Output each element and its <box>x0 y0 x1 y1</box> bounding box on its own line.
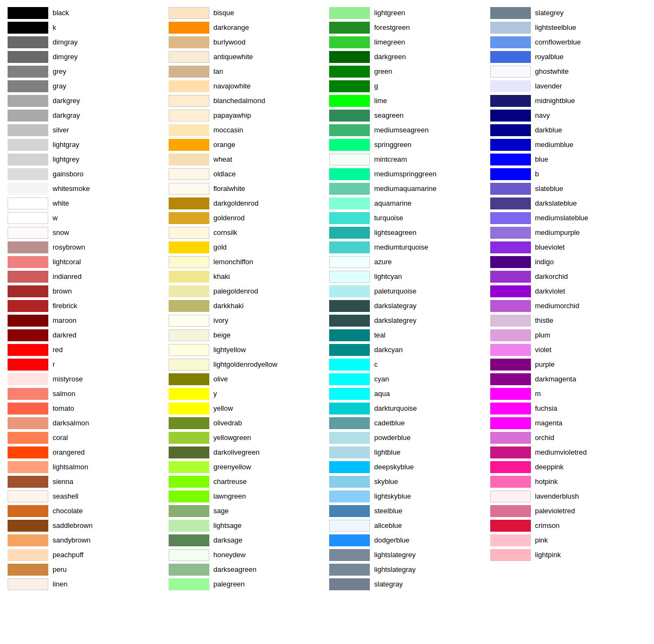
color-swatch <box>169 80 209 92</box>
color-swatch <box>169 315 209 327</box>
color-name-label: darkviolet <box>535 287 566 295</box>
color-row: lawngreen <box>166 489 328 503</box>
color-swatch <box>8 490 48 502</box>
color-row: dimgray <box>5 35 166 49</box>
color-swatch <box>169 300 209 312</box>
color-swatch <box>169 51 209 63</box>
color-row: mediumpurple <box>488 225 649 240</box>
color-name-label: mediumblue <box>535 141 574 149</box>
color-swatch <box>8 22 48 34</box>
color-row: orchid <box>488 430 649 445</box>
color-row: pink <box>488 533 649 547</box>
color-name-label: darkgray <box>53 111 80 119</box>
color-name-label: slateblue <box>535 184 563 193</box>
color-name-label: snow <box>53 228 69 237</box>
color-swatch <box>329 139 370 151</box>
color-name-label: violet <box>535 346 552 354</box>
color-swatch <box>329 344 370 356</box>
color-row: lightgray <box>5 137 166 152</box>
color-swatch <box>329 520 370 532</box>
color-swatch <box>329 285 370 297</box>
color-swatch <box>329 359 370 371</box>
color-name-label: dimgrey <box>53 53 78 61</box>
color-row: m <box>488 386 649 401</box>
color-name-label: gold <box>214 243 227 251</box>
color-row: lightcyan <box>327 269 488 284</box>
color-swatch <box>169 95 209 107</box>
color-row: mediumspringgreen <box>327 167 488 181</box>
color-swatch <box>169 154 209 165</box>
color-name-label: olive <box>214 375 228 383</box>
color-name-label: darkred <box>53 331 76 339</box>
color-row: royalblue <box>488 49 649 64</box>
color-name-label: peru <box>53 565 67 573</box>
color-row: crimson <box>488 518 649 533</box>
color-swatch <box>490 36 531 48</box>
color-row: cornsilk <box>166 225 328 240</box>
color-swatch <box>490 168 531 180</box>
color-swatch <box>8 578 48 590</box>
color-name-label: ivory <box>214 316 228 324</box>
color-swatch <box>8 256 48 268</box>
color-name-label: lightgrey <box>53 155 79 163</box>
color-row: seashell <box>5 489 166 503</box>
color-swatch <box>169 447 209 458</box>
color-name-label: seagreen <box>374 111 403 119</box>
color-name-label: w <box>53 214 57 222</box>
color-swatch <box>8 373 48 385</box>
color-row: steelblue <box>327 503 488 518</box>
color-name-label: teal <box>374 331 386 339</box>
color-row: antiquewhite <box>166 49 328 64</box>
color-row: navajowhite <box>166 79 328 93</box>
color-row: blanchedalmond <box>166 93 328 108</box>
color-swatch <box>169 388 209 400</box>
color-row: lightsage <box>166 518 328 533</box>
color-row: blue <box>488 152 649 167</box>
color-name-label: lightcoral <box>53 258 81 266</box>
color-swatch <box>169 36 209 48</box>
color-name-label: forestgreen <box>374 23 410 31</box>
color-swatch <box>329 110 370 122</box>
color-name-label: mediumpurple <box>535 228 580 237</box>
color-swatch <box>169 534 209 546</box>
color-row: mediumseagreen <box>327 123 488 137</box>
color-swatch <box>490 80 531 92</box>
color-name-label: dimgray <box>53 38 78 46</box>
color-swatch <box>8 388 48 400</box>
color-row: mediumblue <box>488 137 649 152</box>
color-swatch <box>329 51 370 63</box>
color-swatch <box>490 7 531 19</box>
color-grid: blackkdimgraydimgreygreygraydarkgreydark… <box>5 5 649 591</box>
color-swatch <box>490 461 531 473</box>
color-name-label: silver <box>53 126 69 134</box>
color-swatch <box>329 432 370 444</box>
color-row: darkkhaki <box>166 298 328 313</box>
color-swatch <box>490 403 531 415</box>
color-row: turquoise <box>327 211 488 225</box>
color-swatch <box>329 315 370 327</box>
color-swatch <box>329 124 370 136</box>
color-name-label: greenyellow <box>214 463 251 471</box>
color-name-label: honeydew <box>214 551 246 559</box>
color-name-label: oldlace <box>214 170 236 178</box>
color-swatch <box>329 7 370 19</box>
color-name-label: olivedrab <box>214 419 242 427</box>
color-name-label: slategray <box>374 580 403 588</box>
color-row: peachpuff <box>5 547 166 562</box>
color-name-label: lightsage <box>214 521 242 530</box>
color-row: lightyellow <box>166 342 328 357</box>
color-swatch <box>329 388 370 400</box>
color-row: magenta <box>488 416 649 430</box>
color-row: beige <box>166 328 328 342</box>
color-row: whitesmoke <box>5 181 166 196</box>
color-swatch <box>329 300 370 312</box>
color-row: orange <box>166 137 328 152</box>
color-row: bisque <box>166 5 328 20</box>
color-row: b <box>488 167 649 181</box>
color-name-label: cadetblue <box>374 419 405 427</box>
color-swatch <box>169 271 209 283</box>
color-row: darkgrey <box>5 93 166 108</box>
color-swatch <box>8 315 48 327</box>
color-name-label: hotpink <box>535 477 558 486</box>
color-swatch <box>490 227 531 239</box>
